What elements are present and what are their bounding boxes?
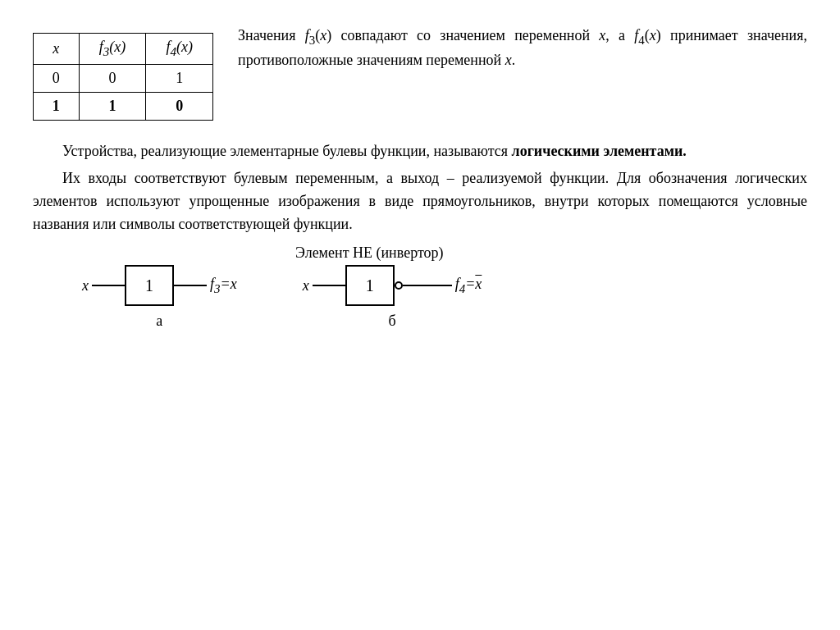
diagram-b-output-label: f4=x	[455, 276, 482, 296]
diagrams-row: x 1 f3=x а x 1 f4=x б	[82, 265, 482, 330]
cell-f4-0: 1	[146, 64, 213, 92]
truth-table-container: x f3(x) f4(x) 0 0 1 1 1 0	[33, 33, 213, 121]
diagram-a-right-line	[174, 285, 207, 286]
diagram-b-circuit: x 1 f4=x	[303, 265, 482, 306]
top-section: x f3(x) f4(x) 0 0 1 1 1 0 Значения f3(	[33, 25, 807, 121]
col-header-x: x	[34, 34, 80, 65]
diagram-a-output-label: f3=x	[210, 276, 237, 296]
diagram-a: x 1 f3=x а	[82, 265, 237, 330]
table-row: 0 0 1	[34, 64, 213, 92]
element-label: Элемент НЕ (инвертор)	[295, 244, 444, 262]
paragraph-2: Их входы соответствуют булевым переменны…	[33, 167, 807, 236]
diagrams-section: Элемент НЕ (инвертор) x 1 f3=x а x 1	[33, 244, 807, 330]
inverter-circle-wrapper	[395, 281, 452, 290]
diagram-b-input-label: x	[303, 277, 309, 294]
cell-x-0: 0	[34, 64, 80, 92]
diagram-b-letter: б	[388, 313, 395, 330]
diagram-b: x 1 f4=x б	[303, 265, 482, 330]
cell-x-1: 1	[34, 92, 80, 120]
paragraph-1: Устройства, реализующие элементарные бул…	[33, 140, 807, 163]
diagram-b-box: 1	[345, 265, 395, 306]
cell-f3-0: 0	[79, 64, 146, 92]
table-row: 1 1 0	[34, 92, 213, 120]
diagram-a-box: 1	[125, 265, 174, 306]
cell-f4-1: 0	[146, 92, 213, 120]
top-right-text: Значения f3(x) совпадают со значением пе…	[238, 25, 807, 121]
diagram-b-right-line	[403, 285, 452, 286]
truth-table: x f3(x) f4(x) 0 0 1 1 1 0	[33, 33, 213, 121]
diagram-a-circuit: x 1 f3=x	[82, 265, 237, 306]
cell-f3-1: 1	[79, 92, 146, 120]
diagram-a-letter: а	[156, 313, 162, 330]
diagram-b-left-line	[313, 285, 345, 286]
col-header-f3: f3(x)	[79, 34, 146, 65]
inverter-circle	[395, 281, 403, 290]
diagram-a-left-line	[92, 285, 125, 286]
diagram-a-input-label: x	[82, 277, 89, 294]
col-header-f4: f4(x)	[146, 34, 213, 65]
